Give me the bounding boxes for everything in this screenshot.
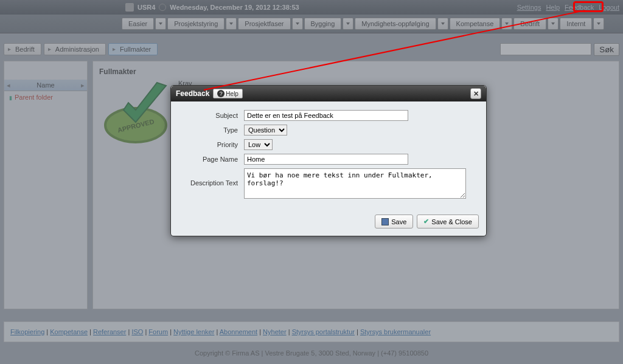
check-icon: ✔: [423, 218, 429, 225]
save-button[interactable]: Save: [375, 215, 413, 228]
dialog-close-button[interactable]: ✕: [470, 88, 481, 99]
label-pagename: Page Name: [183, 154, 244, 163]
pagename-input[interactable]: [244, 154, 408, 165]
label-description: Description Text: [183, 168, 244, 187]
type-select[interactable]: Question: [244, 125, 287, 136]
dialog-titlebar[interactable]: Feedback ?Help ✕: [171, 86, 486, 101]
save-close-button[interactable]: ✔Save & Close: [417, 215, 479, 228]
dialog-title: Feedback: [176, 89, 209, 98]
save-icon: [381, 218, 389, 225]
annotation-highlight: [573, 1, 604, 12]
description-textarea[interactable]: [244, 168, 466, 199]
priority-select[interactable]: Low: [244, 139, 273, 150]
help-icon: ?: [217, 90, 224, 97]
label-subject: Subject: [183, 110, 244, 119]
dialog-help-button[interactable]: ?Help: [213, 89, 243, 98]
subject-input[interactable]: [244, 110, 408, 121]
label-type: Type: [183, 125, 244, 134]
feedback-dialog: Feedback ?Help ✕ Subject Type Question P…: [170, 85, 487, 236]
label-priority: Priority: [183, 139, 244, 148]
